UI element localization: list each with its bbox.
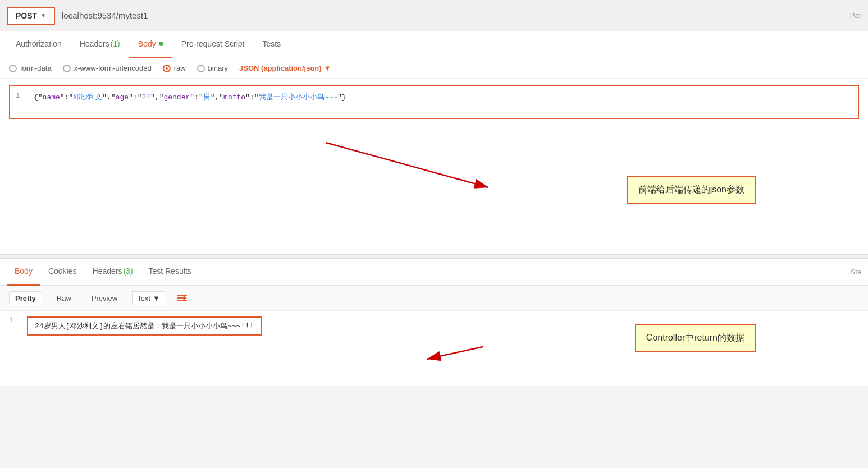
text-chevron-icon: ▼ bbox=[153, 294, 160, 302]
tab-tests[interactable]: Tests bbox=[254, 31, 290, 58]
response-format-row: Pretty Raw Preview Text ▼ bbox=[0, 286, 868, 311]
radio-circle-form-data bbox=[9, 65, 17, 72]
radio-circle-binary bbox=[197, 65, 205, 72]
line-number-1: 1 bbox=[16, 92, 29, 100]
response-line-number: 1 bbox=[9, 316, 22, 324]
headers-badge: (1) bbox=[111, 39, 120, 48]
response-annotation-box: Controller中return的数据 bbox=[635, 324, 756, 352]
text-type-select[interactable]: Text ▼ bbox=[132, 291, 165, 305]
json-type-chevron-icon: ▼ bbox=[324, 64, 331, 72]
response-annotation-area: Controller中return的数据 bbox=[0, 341, 868, 386]
sta-label: Sta bbox=[850, 268, 861, 276]
response-tab-headers[interactable]: Headers (3) bbox=[85, 259, 141, 286]
code-line-1: 1 {"name":"邓沙利文","age":"24","gender":"男"… bbox=[16, 92, 852, 102]
request-annotation-area: 前端给后端传递的json参数 bbox=[0, 126, 868, 249]
radio-circle-raw bbox=[163, 65, 171, 72]
radio-form-data[interactable]: form-data bbox=[9, 64, 52, 72]
url-input[interactable] bbox=[62, 11, 846, 20]
radio-binary[interactable]: binary bbox=[197, 64, 228, 72]
request-body-panel: 1 {"name":"邓沙利文","age":"24","gender":"男"… bbox=[0, 85, 868, 254]
request-section: Authorization Headers (1) Body Pre-reque… bbox=[0, 31, 868, 254]
svg-line-1 bbox=[326, 143, 488, 187]
method-label: POST bbox=[16, 11, 37, 20]
request-code-editor[interactable]: 1 {"name":"邓沙利文","age":"24","gender":"男"… bbox=[9, 85, 859, 119]
response-output-area: 1 24岁男人[邓沙利文]的座右铭居然是：我是一只小小小小鸟~~~!!! Con… bbox=[0, 311, 868, 386]
svg-line-6 bbox=[427, 347, 483, 359]
method-button[interactable]: POST ▼ bbox=[7, 7, 55, 25]
tab-body[interactable]: Body bbox=[129, 31, 172, 58]
radio-circle-urlencoded bbox=[63, 65, 71, 72]
code-body: {"name":"邓沙利文","age":"24","gender":"男","… bbox=[34, 92, 852, 102]
request-annotation-box: 前端给后端传递的json参数 bbox=[627, 176, 756, 204]
wrap-icon[interactable] bbox=[174, 290, 190, 306]
response-tab-body[interactable]: Body bbox=[7, 259, 40, 286]
format-preview-button[interactable]: Preview bbox=[86, 292, 123, 305]
method-chevron-icon: ▼ bbox=[40, 12, 46, 19]
tab-authorization[interactable]: Authorization bbox=[7, 31, 71, 58]
response-tab-cookies[interactable]: Cookies bbox=[40, 259, 85, 286]
tab-pre-request[interactable]: Pre-request Script bbox=[172, 31, 254, 58]
response-tabs-row: Body Cookies Headers (3) Test Results St… bbox=[0, 259, 868, 286]
radio-raw[interactable]: raw bbox=[163, 64, 186, 72]
url-bar: POST ▼ Par bbox=[0, 0, 868, 31]
json-type-select[interactable]: JSON (application/json) ▼ bbox=[239, 64, 331, 72]
tab-headers[interactable]: Headers (1) bbox=[71, 31, 129, 58]
par-label: Par bbox=[850, 11, 861, 20]
body-options-row: form-data x-www-form-urlencoded raw bina… bbox=[0, 58, 868, 79]
format-pretty-button[interactable]: Pretty bbox=[9, 291, 42, 305]
radio-urlencoded[interactable]: x-www-form-urlencoded bbox=[63, 64, 152, 72]
response-headers-badge: (3) bbox=[123, 267, 133, 276]
request-tabs-row: Authorization Headers (1) Body Pre-reque… bbox=[0, 31, 868, 58]
response-code-content: 24岁男人[邓沙利文]的座右铭居然是：我是一只小小小小鸟~~~!!! bbox=[27, 316, 262, 336]
response-section: Body Cookies Headers (3) Test Results St… bbox=[0, 259, 868, 386]
response-tab-test-results[interactable]: Test Results bbox=[141, 259, 199, 286]
body-dot bbox=[159, 42, 163, 46]
format-raw-button[interactable]: Raw bbox=[51, 292, 77, 305]
